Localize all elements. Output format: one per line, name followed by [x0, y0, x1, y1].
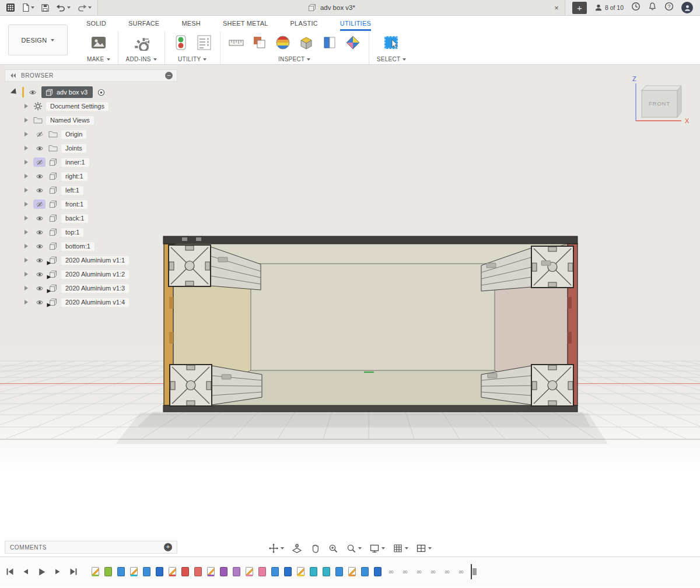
browser-row-aluminium-3[interactable]: 2020 Aluminium v1:3	[5, 281, 177, 295]
browser-item-label[interactable]: Origin	[61, 130, 86, 139]
browser-item-label[interactable]: front:1	[61, 200, 88, 209]
job-status-button[interactable]	[631, 2, 640, 13]
tab-solid[interactable]: SOLID	[86, 20, 106, 31]
tab-plastic[interactable]: PLASTIC	[290, 20, 318, 31]
zoom-window-button[interactable]	[328, 543, 338, 554]
timeline-joint-icon[interactable]: ∞	[429, 567, 438, 576]
visibility-eye-icon[interactable]	[33, 214, 46, 223]
timeline-box-icon[interactable]	[156, 567, 163, 576]
measure-icon[interactable]	[228, 34, 244, 51]
timeline-box-icon[interactable]	[271, 567, 279, 576]
draft-analysis-icon[interactable]	[345, 34, 361, 51]
viewcube-top-face[interactable]	[642, 86, 681, 90]
timeline-joint-icon[interactable]: ∞	[401, 567, 410, 576]
section-analysis-icon[interactable]	[298, 34, 314, 51]
browser-item-label[interactable]: Document Settings	[46, 102, 108, 111]
timeline-box-icon[interactable]	[335, 567, 343, 576]
browser-item-label[interactable]: bottom:1	[61, 242, 94, 251]
visibility-eye-icon[interactable]	[33, 172, 46, 181]
interior-back-wall[interactable]	[251, 264, 495, 370]
timeline-joint-icon[interactable]: ∞	[457, 567, 466, 576]
timeline-step-forward-button[interactable]	[54, 568, 62, 576]
browser-item-label[interactable]: 2020 Aluminium v1:4	[61, 298, 129, 307]
timeline-joint-icon[interactable]: ∞	[387, 567, 396, 576]
curvature-map-icon[interactable]	[275, 34, 291, 51]
timeline-joint-icon[interactable]: ∞	[415, 567, 424, 576]
browser-row-aluminium-1[interactable]: 2020 Aluminium v1:1	[5, 253, 177, 267]
add-comment-icon[interactable]: +	[164, 543, 172, 551]
browser-row-top[interactable]: top:1	[5, 225, 177, 239]
look-at-button[interactable]	[292, 543, 302, 554]
visibility-eye-off-icon[interactable]	[33, 158, 46, 167]
timeline-box-icon[interactable]	[117, 567, 125, 576]
timeline-box-icon[interactable]	[104, 567, 112, 576]
timeline-sketch-icon[interactable]	[297, 567, 304, 576]
display-settings-button[interactable]	[369, 543, 385, 554]
analysis-columns-icon[interactable]	[321, 34, 338, 51]
timeline-box-icon[interactable]	[258, 567, 266, 576]
group-label-inspect[interactable]: INSPECT	[278, 56, 310, 62]
visibility-eye-off-icon[interactable]	[33, 130, 46, 139]
comments-bar[interactable]: COMMENTS +	[5, 541, 177, 554]
browser-item-label[interactable]: 2020 Aluminium v1:1	[61, 256, 129, 265]
root-component-pill[interactable]: adv box v3	[41, 86, 93, 98]
timeline-box-icon[interactable]	[310, 567, 317, 576]
viewport-canvas[interactable]: BROWSER – adv box v3 Docum	[0, 65, 700, 556]
visibility-eye-icon[interactable]	[33, 298, 46, 307]
expand-arrow-icon[interactable]	[24, 272, 28, 276]
timeline-box-icon[interactable]	[284, 567, 292, 576]
timeline-step-back-button[interactable]	[22, 568, 30, 576]
new-tab-button[interactable]: +	[572, 2, 587, 14]
visibility-eye-icon[interactable]	[26, 88, 38, 97]
redo-button[interactable]	[77, 4, 92, 12]
viewcube-face-label[interactable]: FRONT	[649, 100, 670, 107]
grid-and-snaps-button[interactable]	[393, 543, 408, 554]
tab-mesh[interactable]: MESH	[181, 20, 201, 31]
group-label-make[interactable]: MAKE	[87, 56, 110, 62]
bottom-panel-edge[interactable]	[163, 405, 578, 412]
expand-arrow-icon[interactable]	[24, 300, 28, 304]
browser-row-aluminium-2[interactable]: 2020 Aluminium v1:2	[5, 267, 177, 281]
browser-item-label[interactable]: 2020 Aluminium v1:2	[61, 270, 129, 279]
expand-arrow-icon[interactable]	[24, 104, 28, 108]
timeline-play-button[interactable]	[37, 568, 46, 576]
timeline-sketch-icon[interactable]	[207, 567, 215, 576]
tab-surface[interactable]: SURFACE	[128, 20, 159, 31]
timeline-box-icon[interactable]	[323, 567, 330, 576]
help-button[interactable]: ?	[664, 2, 674, 13]
view-cube[interactable]: Z X FRONT	[628, 73, 696, 134]
user-avatar[interactable]	[681, 2, 693, 13]
timeline-sketch-icon[interactable]	[246, 567, 253, 576]
browser-header[interactable]: BROWSER –	[5, 69, 177, 82]
timeline-sketch-icon[interactable]	[169, 567, 176, 576]
browser-row-named-views[interactable]: Named Views	[5, 113, 177, 127]
visibility-eye-icon[interactable]	[33, 270, 46, 279]
browser-item-label[interactable]: Named Views	[46, 116, 94, 125]
browser-item-label[interactable]: inner:1	[61, 158, 89, 167]
timeline-box-icon[interactable]	[143, 567, 150, 576]
top-panel-edge[interactable]	[163, 236, 578, 244]
visibility-eye-icon[interactable]	[33, 144, 46, 153]
scripts-addins-icon[interactable]	[133, 34, 149, 51]
timeline-skip-start-button[interactable]	[6, 568, 14, 576]
document-tab[interactable]: adv box v3* ×	[97, 0, 565, 15]
tab-sheet-metal[interactable]: SHEET METAL	[223, 20, 268, 31]
browser-row-front[interactable]: front:1	[5, 197, 177, 211]
zoom-button[interactable]	[346, 543, 362, 554]
timeline-sketch-icon[interactable]	[92, 567, 99, 576]
expand-arrow-icon[interactable]	[24, 216, 28, 220]
browser-row-bottom[interactable]: bottom:1	[5, 239, 177, 253]
browser-root-row[interactable]: adv box v3	[5, 85, 177, 99]
parameters-form-icon[interactable]	[196, 34, 212, 51]
visibility-eye-icon[interactable]	[33, 242, 46, 251]
pan-button[interactable]	[310, 543, 320, 554]
browser-row-left[interactable]: left:1	[5, 183, 177, 197]
timeline-box-icon[interactable]	[374, 567, 382, 576]
browser-item-label[interactable]: left:1	[61, 186, 83, 195]
expand-arrow-icon[interactable]	[24, 132, 28, 136]
expand-arrow-icon[interactable]	[24, 118, 28, 123]
viewcube-right-face[interactable]	[677, 86, 681, 117]
expand-arrow-icon[interactable]	[24, 146, 28, 150]
app-grid-icon[interactable]	[6, 3, 15, 12]
expand-arrow-icon[interactable]	[24, 188, 28, 192]
